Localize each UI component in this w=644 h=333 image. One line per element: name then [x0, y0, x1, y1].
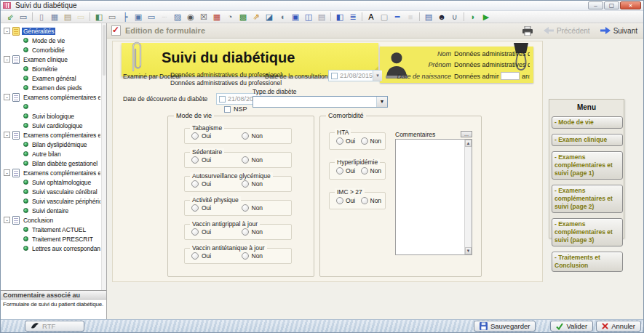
radio-non[interactable]: [361, 137, 368, 145]
tree-leaf[interactable]: Examen général: [2, 73, 100, 83]
radio-oui[interactable]: [191, 252, 199, 260]
chart-control-icon[interactable]: ◪: [263, 12, 276, 23]
form-control-icon[interactable]: ◧: [92, 12, 106, 23]
tree-node[interactable]: -Examens complémentaires et suivi: [2, 92, 100, 102]
tree-leaf[interactable]: Suivi dentaire: [2, 206, 100, 215]
tree-node[interactable]: -Conclusion: [2, 215, 100, 225]
consultation-date-dropdown-icon[interactable]: ▾: [373, 71, 382, 81]
minimize-button[interactable]: –: [588, 1, 603, 9]
tree-leaf[interactable]: Biométrie: [2, 64, 100, 73]
line-icon[interactable]: ━: [391, 12, 404, 23]
menu-button[interactable]: - Examens complémentaires et suivi (page…: [552, 151, 623, 180]
document-copy-icon[interactable]: ▤: [422, 12, 435, 23]
menu-button[interactable]: - Mode de vie: [552, 116, 623, 129]
radio-oui[interactable]: [336, 197, 343, 204]
tree-expander-icon[interactable]: -: [4, 217, 10, 223]
tree-leaf[interactable]: Suivi vasculaire périphérique: [2, 196, 100, 206]
radio-oui[interactable]: [191, 228, 199, 236]
diabetes-type-select[interactable]: ▼: [253, 96, 388, 108]
tree-node[interactable]: -Examens complémentaires et suivi: [2, 130, 100, 140]
diabetes-type-dropdown-icon[interactable]: ▼: [376, 97, 387, 107]
tree-expander-icon[interactable]: -: [4, 56, 10, 63]
textbox-control-icon[interactable]: ▭: [145, 12, 158, 23]
tree-node[interactable]: -Examens complémentaires et suivi (suite…: [2, 168, 100, 177]
radio-non[interactable]: [242, 252, 249, 260]
report-icon[interactable]: ▤: [315, 12, 328, 23]
tree-leaf[interactable]: [2, 102, 100, 111]
form-comment-text[interactable]: Formulaire de suivi du patient diabétiqu…: [1, 300, 106, 319]
commentaires-more-button[interactable]: ...: [461, 131, 472, 137]
radio-non[interactable]: [242, 132, 249, 140]
nsp-checkbox[interactable]: [224, 106, 231, 113]
radio-non[interactable]: [361, 197, 368, 204]
tree-leaf[interactable]: Suivi vasculaire cérébral: [2, 187, 100, 196]
frame-icon[interactable]: ■: [404, 12, 417, 23]
grid-icon[interactable]: ▦: [48, 12, 61, 23]
picture-control-icon[interactable]: ▩: [236, 12, 250, 23]
age-input[interactable]: [501, 72, 520, 80]
rtf-button[interactable]: RTF: [25, 321, 84, 332]
tree-leaf[interactable]: Examen des pieds: [2, 83, 100, 92]
radio-non[interactable]: [242, 228, 249, 236]
tree-expander-icon[interactable]: -: [4, 169, 10, 176]
tree-scrollbar-thumb[interactable]: [103, 25, 106, 76]
tree-leaf[interactable]: Suivi biologique: [2, 111, 100, 121]
stethoscope-icon[interactable]: ∪: [448, 12, 461, 23]
previous-button[interactable]: Précédent: [544, 27, 590, 35]
media-control-icon[interactable]: ◖: [276, 12, 289, 23]
radio-non[interactable]: [242, 204, 249, 212]
tree-leaf[interactable]: Autre bilan: [2, 149, 100, 159]
tree-scrollbar[interactable]: [101, 23, 106, 290]
menu-button[interactable]: - Traitements et Conclusion: [552, 252, 623, 272]
tree-leaf[interactable]: Suivi cardiologique: [2, 121, 100, 130]
panel-list-icon[interactable]: ◧: [333, 12, 346, 23]
brand-icon[interactable]: ◗: [466, 12, 480, 23]
tree-leaf[interactable]: Comorbidité: [2, 45, 100, 55]
line-control-icon[interactable]: ┈: [158, 12, 171, 23]
scroll-down-icon[interactable]: ▼: [465, 247, 472, 254]
print-button[interactable]: [522, 26, 533, 36]
tree-leaf[interactable]: Suivi ophtalmologique: [2, 177, 100, 187]
tree-leaf[interactable]: Traitement PRESCRIT: [2, 234, 100, 244]
menu-button[interactable]: - Examen clinique: [552, 134, 623, 146]
commentaires-scrollbar[interactable]: ▲ ▼: [464, 140, 472, 254]
next-button[interactable]: Suivant: [600, 27, 637, 35]
folder-icon[interactable]: ▭: [74, 12, 87, 23]
tree-leaf[interactable]: Bilan diabète gestationel: [2, 159, 100, 168]
save-button[interactable]: Sauvegarder: [474, 321, 536, 332]
database-save-icon[interactable]: ▣: [289, 12, 302, 23]
tree-control-icon[interactable]: ┝: [119, 12, 132, 23]
radio-non[interactable]: [361, 167, 368, 174]
archive-icon[interactable]: ▤: [61, 12, 74, 23]
open-form-icon[interactable]: ⇙: [4, 12, 17, 23]
tree-leaf[interactable]: Bilan dyslipidémique: [2, 140, 100, 149]
menu-button[interactable]: - Examens complémentaires et suivi (page…: [552, 218, 623, 246]
radio-oui[interactable]: [191, 180, 199, 188]
checkbox-control-icon[interactable]: ☒: [197, 12, 210, 23]
clock-control-icon[interactable]: ◔: [223, 12, 236, 23]
radio-oui[interactable]: [336, 167, 343, 174]
maximize-button[interactable]: ▢: [604, 1, 619, 9]
radio-oui[interactable]: [191, 132, 199, 140]
radio-non[interactable]: [242, 180, 249, 188]
label-control-icon[interactable]: ▣: [132, 12, 145, 23]
tree-node[interactable]: -Examen clinique: [2, 55, 100, 64]
tree-node[interactable]: -Généralités: [2, 26, 100, 36]
validate-button[interactable]: Valider: [550, 321, 593, 332]
radio-oui[interactable]: [191, 156, 199, 164]
nsp-option[interactable]: NSP: [224, 105, 247, 113]
tree-leaf[interactable]: Traitement ACTUEL: [2, 225, 100, 234]
radio-oui[interactable]: [191, 204, 199, 212]
scroll-up-icon[interactable]: ▲: [465, 140, 472, 147]
patient-record-icon[interactable]: ☻: [435, 12, 448, 23]
run-icon[interactable]: ▶: [480, 12, 493, 23]
paste-icon[interactable]: ▯: [35, 12, 48, 23]
list-icon[interactable]: ≣: [346, 12, 359, 23]
font-icon[interactable]: A: [365, 12, 378, 23]
close-button[interactable]: ×: [620, 1, 641, 9]
commentaires-textarea[interactable]: ▲ ▼: [395, 139, 472, 255]
discovery-date-checkbox[interactable]: [219, 96, 226, 103]
consultation-date-checkbox[interactable]: [331, 73, 338, 79]
tree-leaf[interactable]: Lettres aux correspondants: [2, 244, 100, 253]
tree-expander-icon[interactable]: -: [4, 94, 10, 100]
